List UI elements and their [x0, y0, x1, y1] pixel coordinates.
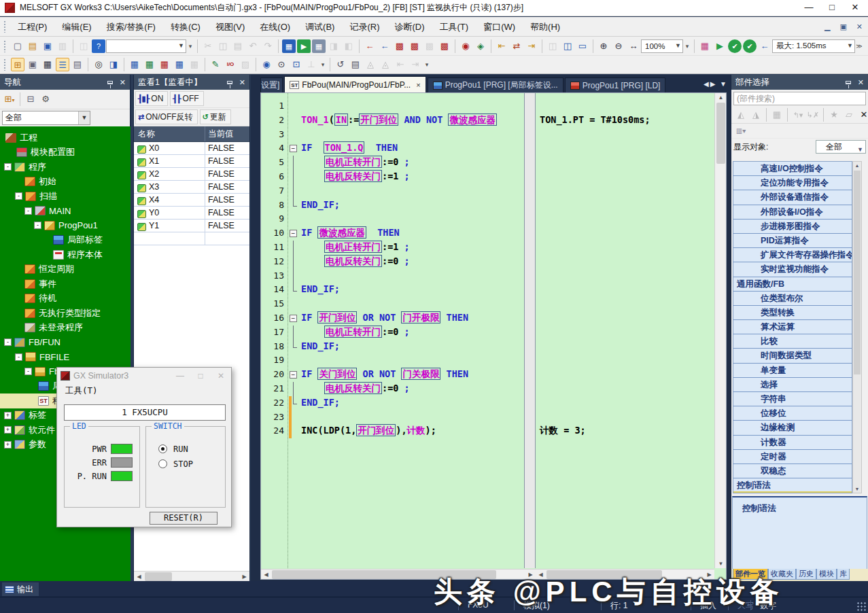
dev-grid-icon[interactable]: ▦: [143, 58, 156, 71]
clear-icon[interactable]: ✕: [857, 108, 868, 122]
watch-row-X2[interactable]: X2FALSE: [134, 168, 249, 181]
new-file-icon[interactable]: ▢: [11, 39, 24, 53]
parts-item-位类型布尔[interactable]: 位类型布尔: [733, 292, 852, 306]
table-find2-icon[interactable]: ◬: [379, 58, 392, 71]
parts-item-选择[interactable]: 选择: [733, 378, 852, 392]
tree-display-icon[interactable]: ⊞▾: [3, 92, 16, 106]
parts-item-控制语法[interactable]: 控制语法: [733, 478, 852, 493]
watch-off-button[interactable]: ┨┠OFF: [170, 91, 203, 106]
tree-item-模块配置图[interactable]: 模块配置图: [0, 145, 131, 160]
filter-display-icon[interactable]: ▥▾: [734, 124, 748, 138]
copy-ref-icon[interactable]: ◫: [77, 39, 90, 53]
tree-item-工程[interactable]: 工程: [0, 130, 131, 145]
display-target-combo[interactable]: 全部▼: [816, 140, 866, 154]
dialog-menu-tools[interactable]: 工具(T): [57, 383, 231, 398]
find-red-icon[interactable]: ▩: [438, 39, 451, 53]
dev-comment-icon[interactable]: ▦: [128, 58, 141, 71]
tree-item-事件[interactable]: 事件: [0, 277, 131, 292]
zoom-window-icon[interactable]: ⊡: [290, 58, 303, 71]
minimize-button[interactable]: —: [797, 0, 820, 15]
dialog-maximize-button[interactable]: □: [190, 371, 211, 381]
radio-stop[interactable]: [158, 459, 167, 468]
merge-dim-icon[interactable]: ⊥: [305, 58, 318, 71]
grid-view-icon[interactable]: ▤: [71, 58, 84, 71]
parts-item-字符串[interactable]: 字符串: [733, 392, 852, 406]
close-icon[interactable]: ✕: [858, 78, 864, 87]
menu-11[interactable]: 帮助(H): [523, 17, 568, 37]
favorite-star-icon[interactable]: ★: [827, 108, 841, 122]
monitor-pane[interactable]: TON_1.PT = T#10s0ms;计数 = 3;: [536, 93, 714, 568]
io-dim-icon[interactable]: ▨: [239, 58, 252, 71]
indent-r-icon[interactable]: ⇥: [409, 58, 422, 71]
undo-icon[interactable]: ↶: [246, 39, 260, 53]
zoom-fit-icon[interactable]: ↔: [627, 39, 640, 53]
copy-icon[interactable]: ◫: [216, 39, 230, 53]
settings-gear-icon[interactable]: ⚙: [39, 92, 52, 106]
monitor-start-icon[interactable]: ▶: [297, 39, 311, 53]
parts-tab-库[interactable]: 库: [837, 569, 850, 580]
place-cancel-icon[interactable]: ↳✗: [806, 108, 820, 122]
find-dev2-icon[interactable]: ⊙: [275, 58, 288, 71]
parts-item-计数器[interactable]: 计数器: [733, 436, 852, 450]
menu-1[interactable]: 编辑(E): [54, 17, 99, 37]
parts-item-单变量[interactable]: 单变量: [733, 364, 852, 378]
tree-item-扫描[interactable]: -扫描: [0, 189, 131, 204]
watch-on-button[interactable]: ┨▮┠ON: [135, 91, 168, 106]
menu-4[interactable]: 视图(V): [208, 17, 252, 37]
parts-item-外部设备通信指令[interactable]: 外部设备通信指令: [733, 190, 852, 205]
io-icon[interactable]: I/O: [224, 58, 237, 71]
tab-scroll-arrows[interactable]: ◀▶ ▼: [704, 80, 728, 88]
tree-item-FB/FUN[interactable]: -FB/FUN: [0, 335, 131, 350]
menu-10[interactable]: 窗口(W): [476, 17, 523, 37]
folder-icon[interactable]: ▱: [842, 108, 856, 122]
tree-item-恒定周期[interactable]: 恒定周期: [0, 262, 131, 277]
save-icon[interactable]: ▣: [41, 39, 54, 53]
device-write-icon[interactable]: ▦: [282, 39, 296, 53]
zoom-combo[interactable]: 100%▼: [641, 39, 683, 53]
radio-run[interactable]: [158, 444, 167, 453]
find-next-icon[interactable]: ◮: [749, 108, 763, 122]
parts-item-步进梯形图指令[interactable]: 步进梯形图指令: [733, 220, 852, 234]
menu-5[interactable]: 在线(O): [252, 17, 298, 37]
scan-time-combo[interactable]: 最大: 1.505ms▼: [772, 39, 855, 53]
resize-grip[interactable]: [856, 601, 866, 611]
close-button[interactable]: ✕: [844, 0, 867, 15]
verify-icon[interactable]: ◨: [327, 39, 341, 53]
watch-row-X4[interactable]: X4FALSE: [134, 194, 249, 207]
tree-item-程序本体[interactable]: 程序本体: [0, 247, 131, 262]
parts-item-外部设备I/O指令[interactable]: 外部设备I/O指令: [733, 205, 852, 220]
dev-eye-icon[interactable]: ◉: [260, 58, 273, 71]
tree-item-ProgPou1[interactable]: -ProgPou1: [0, 218, 131, 233]
tree-item-程序[interactable]: -程序: [0, 160, 131, 175]
cut-icon[interactable]: ✂: [201, 39, 215, 53]
place-icon[interactable]: ↰▾: [791, 108, 805, 122]
reset-button[interactable]: RESET(R): [150, 512, 218, 525]
find-dim-icon[interactable]: ▩: [423, 39, 436, 53]
module-view-icon[interactable]: ▣: [26, 58, 39, 71]
parts-list-scrollbar[interactable]: ▲▼: [852, 161, 862, 493]
parts-item-定时器[interactable]: 定时器: [733, 450, 852, 464]
screen-b-icon[interactable]: ◫: [561, 39, 574, 53]
diff-icon[interactable]: ◧: [342, 39, 355, 53]
tab-close-icon[interactable]: ×: [416, 81, 420, 89]
zoom-out-icon[interactable]: ⊖: [612, 39, 625, 53]
fb-register-icon[interactable]: ▦: [770, 108, 784, 122]
dev-red-icon[interactable]: ▦: [158, 58, 171, 71]
watch-row-Y0[interactable]: Y0FALSE: [134, 207, 249, 220]
document-tab-2[interactable]: ProgPou1 [PRG] [LD]: [565, 77, 666, 92]
watch-row-X1[interactable]: X1FALSE: [134, 155, 249, 168]
parts-item-位移位[interactable]: 位移位: [733, 406, 852, 421]
pin-icon[interactable]: [227, 81, 232, 84]
prev-step-icon[interactable]: ⇤: [495, 39, 508, 53]
parts-item-比较[interactable]: 比较: [733, 334, 852, 349]
menu-9[interactable]: 工具(T): [432, 17, 476, 37]
undo-conv-icon[interactable]: ↺: [334, 58, 347, 71]
screen-c-icon[interactable]: ▭: [576, 39, 589, 53]
print-icon[interactable]: ▥: [56, 39, 69, 53]
redo-icon[interactable]: ↷: [261, 39, 275, 53]
tree-item-局部标签[interactable]: 局部标签: [0, 233, 131, 248]
tree-item-FBFILE[interactable]: -FBFILE: [0, 350, 131, 365]
parts-item-通用函数/FB[interactable]: 通用函数/FB: [733, 277, 852, 292]
table-find-icon[interactable]: ◬: [364, 58, 377, 71]
watch-row-X0[interactable]: X0FALSE: [134, 142, 249, 155]
